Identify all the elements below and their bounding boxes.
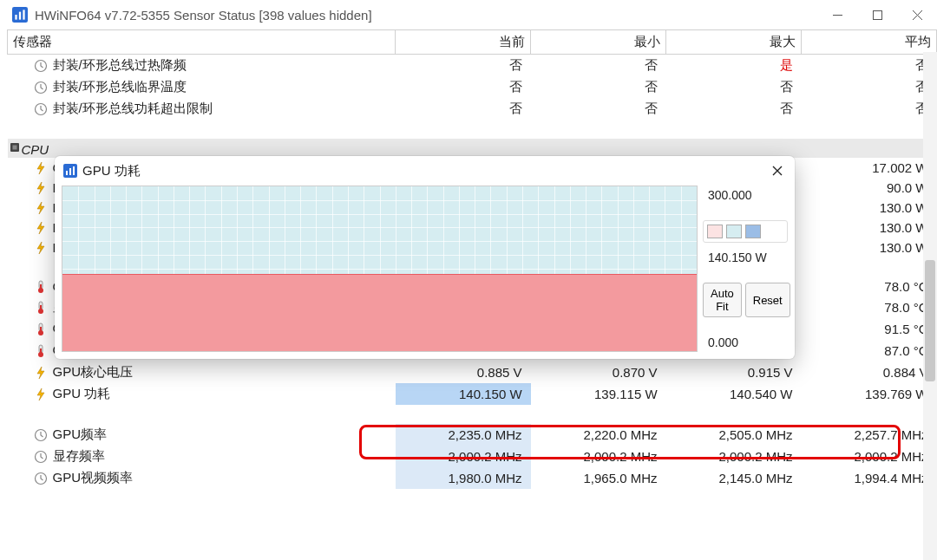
bolt-icon	[34, 387, 48, 401]
legend[interactable]	[703, 220, 788, 243]
row-label: GPU频率	[53, 427, 108, 443]
cell-cur: 否	[396, 76, 531, 98]
cell-min: 0.870 V	[531, 361, 666, 383]
table-row[interactable]: GPU 功耗140.150 W139.115 W140.540 W139.769…	[8, 383, 937, 405]
cell-avg: 78.0 °C	[802, 277, 937, 296]
bolt-icon	[34, 181, 48, 195]
table-row[interactable]: GPU核心电压0.885 V0.870 V0.915 V0.884 V	[8, 361, 937, 383]
therm-icon	[34, 322, 48, 336]
bolt-icon	[34, 161, 48, 175]
row-label: 显存频率	[53, 448, 105, 465]
minimize-button[interactable]	[817, 0, 857, 29]
app-icon	[63, 164, 77, 178]
table-row[interactable]: 封装/环形总线过热降频否否是否	[8, 55, 937, 77]
cell-min: 否	[531, 76, 666, 98]
column-headers[interactable]: 传感器 当前 最小 最大 平均	[8, 30, 937, 55]
cpu-section[interactable]: CPU	[8, 139, 937, 158]
y-max-label: 300.000	[703, 186, 788, 205]
app-icon	[12, 7, 28, 23]
table-row[interactable]: 封装/环形总线临界温度否否否否	[8, 76, 937, 98]
scrollbar-thumb[interactable]	[925, 260, 935, 381]
maximize-button[interactable]	[857, 0, 897, 29]
cell-max: 0.915 V	[666, 361, 802, 383]
cell-min: 139.115 W	[531, 383, 666, 405]
autofit-button[interactable]: Auto Fit	[703, 283, 742, 317]
therm-icon	[34, 280, 48, 294]
window-title: HWiNFO64 v7.72-5355 Sensor Status [398 v…	[35, 8, 817, 23]
cpu-section-label: CPU	[22, 142, 49, 157]
cell-cur: 140.150 W	[396, 383, 531, 405]
bolt-icon	[34, 221, 48, 235]
cell-avg: 0.884 V	[802, 361, 937, 383]
cell-max: 2,505.0 MHz	[666, 424, 802, 446]
cell-max: 140.540 W	[666, 383, 802, 405]
clock-icon	[34, 81, 48, 94]
cell-cur: 0.885 V	[396, 361, 531, 383]
bolt-icon	[34, 241, 48, 255]
cell-avg: 139.769 W	[802, 383, 937, 405]
col-min[interactable]: 最小	[531, 30, 666, 55]
cell-min: 1,965.0 MHz	[531, 467, 666, 489]
cell-min: 否	[531, 55, 666, 77]
cell-cur: 否	[396, 98, 531, 120]
y-min-label: 0.000	[703, 333, 788, 352]
col-sensor[interactable]: 传感器	[8, 30, 396, 55]
cell-avg: 130.0 W	[802, 218, 937, 238]
cell-avg: 否	[802, 76, 937, 98]
cell-cur: 否	[396, 55, 531, 77]
table-row[interactable]: GPU视频频率1,980.0 MHz1,965.0 MHz2,145.0 MHz…	[8, 467, 937, 489]
cell-max: 否	[666, 98, 802, 120]
cell-avg: 2,257.7 MHz	[802, 424, 937, 446]
chart-area[interactable]	[62, 186, 698, 352]
popup-close-button[interactable]	[765, 159, 790, 183]
chart-side-panel: 300.000 140.150 W Auto Fit Reset 0.000	[703, 186, 788, 352]
cell-cur: 2,235.0 MHz	[396, 424, 531, 446]
close-button[interactable]	[897, 0, 937, 29]
cell-avg: 2,000.2 MHz	[802, 446, 937, 467]
cell-max: 2,145.0 MHz	[666, 467, 802, 489]
row-label: GPU核心电压	[53, 364, 134, 381]
chart-fill	[62, 274, 697, 351]
cell-avg: 1,994.4 MHz	[802, 467, 937, 489]
cell-max: 否	[666, 76, 802, 98]
table-row[interactable]: 封装/环形总线功耗超出限制否否否否	[8, 98, 937, 120]
cell-min: 2,220.0 MHz	[531, 424, 666, 446]
cell-max: 是	[666, 55, 802, 77]
table-row[interactable]: GPU频率2,235.0 MHz2,220.0 MHz2,505.0 MHz2,…	[8, 424, 937, 446]
titlebar[interactable]: HWiNFO64 v7.72-5355 Sensor Status [398 v…	[7, 0, 937, 29]
svg-rect-10	[873, 10, 881, 19]
cell-avg: 78.0 °C	[802, 296, 937, 318]
y-current-label: 140.150 W	[703, 248, 788, 267]
clock-icon	[34, 428, 48, 442]
row-label: GPU 功耗	[53, 386, 111, 402]
cell-min: 否	[531, 98, 666, 120]
clock-icon	[34, 102, 48, 116]
cell-avg: 130.0 W	[802, 238, 937, 257]
therm-icon	[34, 301, 48, 315]
table-row[interactable]: 显存频率2,000.2 MHz2,000.2 MHz2,000.2 MHz2,0…	[8, 446, 937, 467]
row-label: 封装/环形总线过热降频	[53, 57, 187, 74]
cell-avg: 否	[802, 98, 937, 120]
reset-button[interactable]: Reset	[745, 283, 790, 317]
cpu-icon	[8, 140, 22, 154]
popup-titlebar[interactable]: GPU 功耗	[55, 156, 795, 186]
row-label: GPU视频频率	[53, 470, 134, 486]
cell-cur: 1,980.0 MHz	[396, 467, 531, 489]
row-label: 封装/环形总线临界温度	[53, 79, 187, 95]
bolt-icon	[34, 366, 48, 380]
cell-min: 2,000.2 MHz	[531, 446, 666, 467]
therm-icon	[34, 344, 48, 358]
cell-max: 2,000.2 MHz	[666, 446, 802, 467]
cell-cur: 2,000.2 MHz	[396, 446, 531, 467]
clock-icon	[34, 472, 48, 485]
col-max[interactable]: 最大	[666, 30, 802, 55]
cell-avg: 91.5 °C	[802, 318, 937, 340]
cell-avg: 否	[802, 55, 937, 77]
col-current[interactable]: 当前	[396, 30, 531, 55]
col-avg[interactable]: 平均	[802, 30, 937, 55]
scrollbar[interactable]	[923, 52, 937, 560]
graph-popup[interactable]: GPU 功耗 300.000 140.150 W Auto Fit Reset …	[55, 156, 795, 359]
bolt-icon	[34, 201, 48, 215]
popup-title: GPU 功耗	[82, 163, 765, 179]
cell-avg: 130.0 W	[802, 198, 937, 218]
